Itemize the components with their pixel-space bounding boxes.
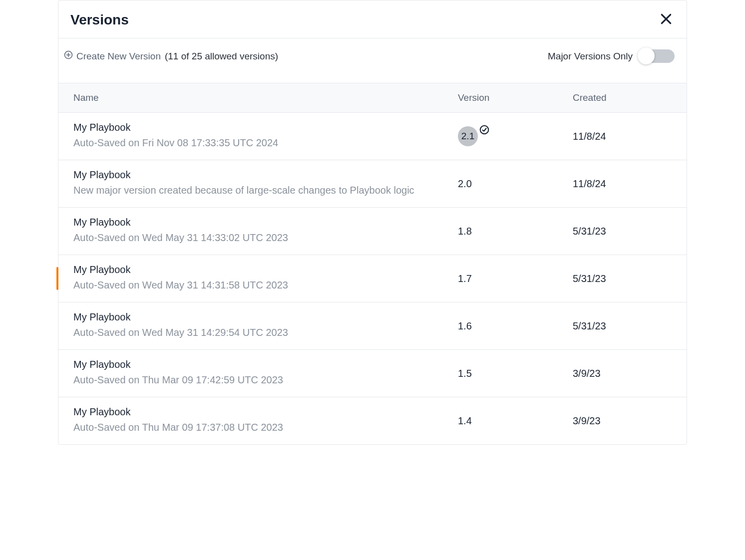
version-text: 1.6 (458, 320, 472, 332)
table-row[interactable]: My PlaybookAuto-Saved on Wed May 31 14:3… (58, 255, 687, 302)
toolbar-right: Major Versions Only (548, 49, 675, 63)
version-text: 1.4 (458, 415, 472, 427)
create-new-version-button[interactable]: Create New Version (63, 50, 161, 62)
close-icon (660, 12, 673, 27)
created-date: 5/31/23 (573, 273, 606, 284)
row-version-cell: 1.8 (458, 226, 573, 237)
table-header-row: Name Version Created (58, 83, 687, 113)
row-name-cell: My PlaybookAuto-Saved on Wed May 31 14:2… (58, 311, 458, 340)
created-date: 5/31/23 (573, 320, 606, 331)
plus-circle-icon (63, 50, 73, 62)
row-name-cell: My PlaybookAuto-Saved on Wed May 31 14:3… (58, 217, 458, 246)
row-created-cell: 11/8/24 (573, 178, 687, 190)
created-date: 3/9/23 (573, 415, 601, 426)
create-button-label: Create New Version (76, 51, 161, 62)
row-title: My Playbook (73, 311, 428, 323)
row-version-cell: 1.6 (458, 320, 573, 332)
row-created-cell: 11/8/24 (573, 131, 687, 142)
toolbar: Create New Version (11 of 25 allowed ver… (58, 38, 687, 83)
row-description: Auto-Saved on Thu Mar 09 17:37:08 UTC 20… (73, 420, 428, 435)
panel-header: Versions (58, 0, 687, 38)
close-button[interactable] (658, 10, 675, 29)
row-description: Auto-Saved on Wed May 31 14:33:02 UTC 20… (73, 230, 428, 246)
table-body: My PlaybookAuto-Saved on Fri Nov 08 17:3… (58, 113, 687, 444)
version-badge: 2.1 (458, 126, 478, 146)
row-version-cell: 1.7 (458, 273, 573, 284)
row-title: My Playbook (73, 169, 428, 181)
created-date: 3/9/23 (573, 368, 601, 379)
major-versions-toggle[interactable] (639, 49, 675, 63)
row-name-cell: My PlaybookNew major version created bec… (58, 169, 458, 198)
row-name-cell: My PlaybookAuto-Saved on Thu Mar 09 17:3… (58, 406, 458, 435)
row-title: My Playbook (73, 122, 428, 133)
row-version-cell: 1.4 (458, 415, 573, 427)
toggle-knob (638, 47, 655, 64)
row-created-cell: 5/31/23 (573, 320, 687, 332)
version-text: 1.5 (458, 368, 472, 379)
row-created-cell: 5/31/23 (573, 226, 687, 237)
version-text: 2.0 (458, 178, 472, 190)
version-text: 1.7 (458, 273, 472, 284)
row-title: My Playbook (73, 264, 428, 276)
row-version-cell: 2.0 (458, 178, 573, 190)
page-title: Versions (70, 12, 129, 28)
created-date: 11/8/24 (573, 178, 606, 189)
created-date: 5/31/23 (573, 226, 606, 237)
created-date: 11/8/24 (573, 131, 606, 142)
version-limit-text: (11 of 25 allowed versions) (165, 51, 278, 62)
versions-table: Name Version Created My PlaybookAuto-Sav… (58, 83, 687, 444)
version-text: 1.8 (458, 226, 472, 237)
row-description: New major version created because of lar… (73, 183, 428, 198)
table-row[interactable]: My PlaybookAuto-Saved on Wed May 31 14:3… (58, 208, 687, 255)
row-description: Auto-Saved on Wed May 31 14:31:58 UTC 20… (73, 278, 428, 293)
column-header-created[interactable]: Created (573, 92, 687, 103)
versions-panel: Versions Create New Version (58, 0, 687, 445)
row-created-cell: 3/9/23 (573, 415, 687, 427)
row-version-cell: 1.5 (458, 368, 573, 379)
check-circle-icon (479, 124, 490, 137)
row-name-cell: My PlaybookAuto-Saved on Thu Mar 09 17:4… (58, 359, 458, 388)
row-description: Auto-Saved on Wed May 31 14:29:54 UTC 20… (73, 325, 428, 340)
major-versions-toggle-label: Major Versions Only (548, 51, 633, 62)
row-marker (56, 267, 58, 290)
table-row[interactable]: My PlaybookAuto-Saved on Thu Mar 09 17:4… (58, 350, 687, 397)
row-title: My Playbook (73, 217, 428, 228)
row-name-cell: My PlaybookAuto-Saved on Fri Nov 08 17:3… (58, 122, 458, 151)
row-version-cell: 2.1 (458, 126, 573, 146)
row-description: Auto-Saved on Thu Mar 09 17:42:59 UTC 20… (73, 372, 428, 388)
row-title: My Playbook (73, 359, 428, 370)
table-row[interactable]: My PlaybookNew major version created bec… (58, 160, 687, 208)
table-row[interactable]: My PlaybookAuto-Saved on Fri Nov 08 17:3… (58, 113, 687, 160)
table-row[interactable]: My PlaybookAuto-Saved on Wed May 31 14:2… (58, 302, 687, 350)
row-name-cell: My PlaybookAuto-Saved on Wed May 31 14:3… (58, 264, 458, 293)
table-row[interactable]: My PlaybookAuto-Saved on Thu Mar 09 17:3… (58, 397, 687, 444)
column-header-name[interactable]: Name (58, 92, 458, 103)
toolbar-left: Create New Version (11 of 25 allowed ver… (63, 50, 278, 62)
row-description: Auto-Saved on Fri Nov 08 17:33:35 UTC 20… (73, 135, 428, 151)
column-header-version[interactable]: Version (458, 92, 573, 103)
svg-point-5 (480, 125, 489, 134)
row-created-cell: 3/9/23 (573, 368, 687, 379)
row-title: My Playbook (73, 406, 428, 418)
row-created-cell: 5/31/23 (573, 273, 687, 284)
